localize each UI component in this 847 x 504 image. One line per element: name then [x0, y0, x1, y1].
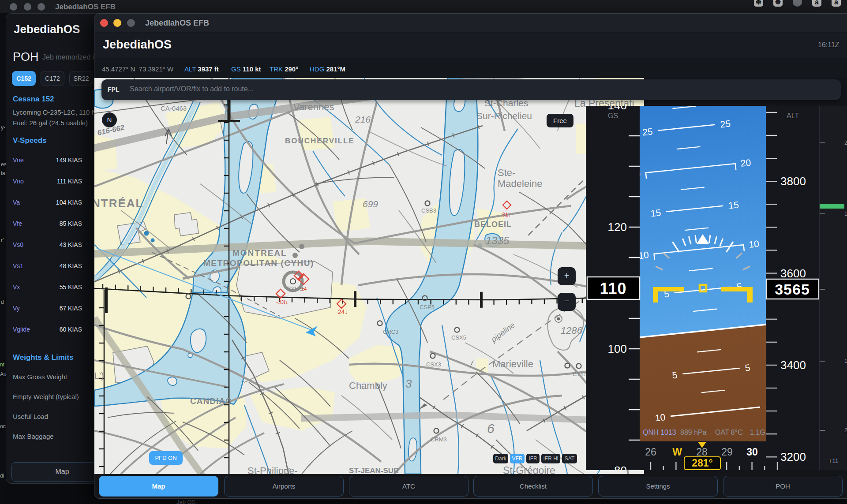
svg-text:889 hPa: 889 hPa — [680, 429, 707, 436]
svg-text:-33↓: -33↓ — [276, 299, 288, 306]
svg-text:281°: 281° — [692, 457, 713, 469]
svg-text:+11: +11 — [828, 457, 839, 464]
svg-text:30: 30 — [746, 446, 758, 458]
svg-text:1.1G: 1.1G — [750, 429, 765, 436]
svg-text:5: 5 — [745, 362, 751, 373]
svg-text:2: 2 — [844, 140, 847, 146]
svg-text:2: 2 — [844, 427, 847, 433]
svg-text:Chambly: Chambly — [349, 380, 387, 391]
svg-text:BOUCHERVILLE: BOUCHERVILLE — [285, 137, 355, 145]
svg-text:15: 15 — [650, 207, 662, 218]
svg-text:1: 1 — [844, 211, 847, 217]
svg-text:Sur-Richelieu: Sur-Richelieu — [476, 111, 532, 121]
svg-text:-24↓: -24↓ — [336, 308, 348, 315]
svg-text:St-Grégoire: St-Grégoire — [503, 465, 555, 474]
svg-text:10: 10 — [655, 412, 666, 423]
svg-text:28: 28 — [696, 446, 708, 458]
svg-text:CSB3: CSB3 — [421, 207, 436, 214]
svg-text:26: 26 — [645, 446, 656, 458]
svg-text:31↓: 31↓ — [502, 212, 510, 218]
svg-text:10: 10 — [748, 239, 760, 250]
svg-text:Marieville: Marieville — [492, 358, 533, 370]
svg-text:St-Philippe-: St-Philippe- — [247, 465, 298, 474]
svg-text:1335: 1335 — [486, 235, 510, 246]
svg-text:CRM3: CRM3 — [431, 436, 447, 443]
svg-text:25: 25 — [642, 126, 653, 137]
svg-text:216: 216 — [355, 114, 371, 124]
svg-text:Ste-: Ste- — [498, 167, 515, 178]
svg-text:25: 25 — [720, 118, 731, 129]
svg-text:ALT: ALT — [787, 112, 799, 119]
svg-text:Varennes: Varennes — [293, 101, 334, 112]
svg-text:80: 80 — [614, 464, 627, 470]
svg-text:CTY5: CTY5 — [573, 371, 587, 377]
svg-text:120: 120 — [608, 220, 627, 234]
svg-text:CSX5: CSX5 — [451, 334, 466, 341]
svg-text:METROPOLITAN (CYHU): METROPOLITAN (CYHU) — [203, 258, 314, 268]
svg-text:6: 6 — [487, 421, 495, 436]
svg-text:29: 29 — [721, 446, 733, 458]
svg-text:1286: 1286 — [561, 325, 583, 336]
svg-text:W: W — [672, 446, 682, 458]
svg-text:140: 140 — [608, 106, 627, 112]
svg-text:Madeleine: Madeleine — [498, 178, 543, 189]
svg-text:QNH 1013: QNH 1013 — [643, 429, 676, 436]
svg-text:3400: 3400 — [780, 358, 806, 372]
svg-text:CSX3: CSX3 — [426, 361, 441, 368]
svg-text:110: 110 — [600, 280, 626, 298]
svg-text:10: 10 — [638, 250, 649, 261]
svg-text:3: 3 — [405, 377, 412, 390]
svg-text:BELOEIL: BELOEIL — [474, 220, 512, 229]
svg-text:CSP5: CSP5 — [420, 304, 435, 310]
svg-text:20: 20 — [740, 157, 752, 168]
svg-text:5: 5 — [672, 370, 678, 380]
svg-text:100: 100 — [608, 342, 627, 355]
svg-text:ST-JEAN-SUR: ST-JEAN-SUR — [349, 467, 399, 474]
svg-text:3200: 3200 — [780, 450, 806, 463]
svg-text:CYHU: CYHU — [287, 285, 303, 292]
svg-text:GS: GS — [608, 112, 618, 119]
svg-text:NTRÉAL: NTRÉAL — [94, 197, 143, 210]
svg-text:L'): L') — [94, 371, 104, 381]
svg-text:3565: 3565 — [775, 281, 810, 298]
svg-text:3800: 3800 — [780, 175, 806, 188]
svg-text:CA-0463: CA-0463 — [161, 105, 187, 112]
svg-text:MONTREAL: MONTREAL — [232, 248, 287, 258]
svg-text:3600: 3600 — [780, 267, 806, 280]
svg-text:CRC3: CRC3 — [383, 329, 398, 335]
svg-text:CANDIAC: CANDIAC — [190, 396, 232, 406]
svg-text:OAT 8°C: OAT 8°C — [715, 429, 743, 436]
svg-text:1: 1 — [844, 358, 847, 364]
svg-text:15: 15 — [728, 199, 739, 210]
svg-text:699: 699 — [363, 199, 378, 209]
